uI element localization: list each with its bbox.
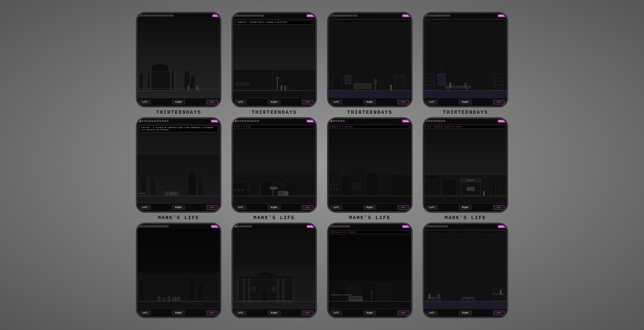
- act-button-3-2[interactable]: Act: [398, 205, 409, 210]
- act-button-2-2[interactable]: Act: [302, 205, 313, 210]
- controls-2-1: Left Right Act: [233, 98, 315, 106]
- top-bar-4-2: Menu: [424, 119, 507, 123]
- dot: [242, 120, 244, 122]
- top-bar-2-1: Menu: [233, 13, 315, 18]
- scene-city-buildings: Вернуться в квартиру: [329, 123, 411, 203]
- menu-button-3-2[interactable]: Menu: [402, 120, 410, 122]
- dot: [172, 15, 174, 17]
- dot: [234, 225, 236, 227]
- game-screen-2-3: Menu Идти в колледж: [233, 224, 315, 317]
- right-button-4-3[interactable]: Right: [459, 311, 471, 315]
- dot: [144, 225, 146, 227]
- menu-button-3-3[interactable]: Menu: [402, 225, 410, 228]
- right-button-1-1[interactable]: Right: [172, 100, 185, 104]
- menu-button-2-3[interactable]: Menu: [307, 225, 314, 228]
- act-button-1-2[interactable]: Act: [207, 205, 218, 210]
- right-button-2-3[interactable]: Right: [268, 311, 280, 315]
- pixel-dots-2-2: [234, 120, 259, 122]
- act-button-4-2[interactable]: Act: [493, 205, 505, 210]
- left-button-3-1[interactable]: Left: [331, 100, 342, 104]
- right-button-4-2[interactable]: Right: [459, 205, 471, 210]
- dot: [433, 15, 435, 17]
- act-button-3-1[interactable]: Act: [398, 100, 409, 104]
- left-button-2-3[interactable]: Left: [235, 311, 246, 315]
- dot: [141, 225, 143, 227]
- controls-1-2: Left Right Act: [137, 203, 220, 211]
- phone-4-2: Menu Марк - Временно закрыто на ремонт S…: [423, 117, 508, 213]
- act-button-1-1[interactable]: Act: [207, 100, 218, 104]
- right-button-3-3[interactable]: Right: [364, 311, 376, 315]
- menu-button-4-2[interactable]: Menu: [498, 120, 505, 122]
- left-button-3-2[interactable]: Left: [331, 205, 342, 210]
- dot: [340, 225, 342, 227]
- dot: [139, 120, 141, 122]
- left-button-1-1[interactable]: Left: [139, 100, 151, 104]
- pixel-dots-3-3: [330, 225, 350, 227]
- dot: [438, 15, 440, 17]
- dot: [144, 15, 146, 17]
- right-button-2-2[interactable]: Right: [268, 205, 280, 210]
- dot: [257, 15, 259, 17]
- act-button-3-3[interactable]: Act: [398, 311, 409, 315]
- top-bar-1-1: Act: [137, 13, 220, 18]
- dot: [252, 15, 254, 17]
- phone-column-2: Menu Студентка - Хороший бросок, играешь…: [231, 12, 317, 318]
- act-button-2-1[interactable]: Act: [302, 100, 313, 104]
- act-button-4-1[interactable]: Act: [493, 100, 505, 104]
- dot: [154, 225, 156, 227]
- phone-1-2: Menu Участник - 1: Сегодня мы собрались …: [136, 117, 221, 213]
- left-button-1-3[interactable]: Left: [139, 311, 151, 315]
- right-button-3-1[interactable]: Right: [364, 100, 376, 104]
- dot: [340, 15, 342, 17]
- top-bar-2-2: Menu: [233, 119, 315, 123]
- right-button-2-1[interactable]: Right: [268, 100, 280, 104]
- act-button-2-3[interactable]: Act: [302, 311, 313, 315]
- dot: [433, 225, 435, 227]
- dot: [245, 225, 247, 227]
- menu-button-1-2[interactable]: Menu: [211, 120, 218, 122]
- dot: [436, 120, 438, 122]
- left-button-2-2[interactable]: Left: [235, 205, 246, 210]
- dot: [239, 225, 242, 227]
- pixel-dots-2-3: [234, 225, 252, 227]
- dot: [245, 15, 247, 17]
- left-button-1-2[interactable]: Left: [139, 205, 151, 210]
- dot: [345, 15, 347, 17]
- dot: [448, 15, 450, 17]
- menu-button-1-1[interactable]: Act: [212, 14, 218, 17]
- dot: [149, 15, 151, 17]
- dot: [167, 120, 169, 122]
- left-button-4-3[interactable]: Left: [426, 311, 437, 315]
- right-button-1-2[interactable]: Right: [172, 205, 185, 210]
- act-button-1-3[interactable]: Act: [207, 311, 218, 315]
- dot: [247, 120, 249, 122]
- phone-4-1: Menu Психолог - Доктор Уилсон рассказал …: [423, 12, 508, 107]
- right-button-3-2[interactable]: Right: [364, 205, 376, 210]
- dot: [262, 15, 264, 17]
- title-markslife-4: MARK'S LIFE: [445, 215, 486, 221]
- phone-1-3: Menu: [136, 223, 221, 318]
- game-screen-4-2: Menu Марк - Временно закрыто на ремонт S…: [424, 119, 507, 211]
- controls-3-1: Left Right Act: [329, 98, 411, 106]
- left-button-4-1[interactable]: Left: [426, 100, 437, 104]
- dot: [333, 15, 335, 17]
- dot: [428, 15, 430, 17]
- dot: [247, 15, 249, 17]
- right-button-1-3[interactable]: Right: [172, 311, 185, 315]
- left-button-3-3[interactable]: Left: [331, 311, 342, 315]
- right-button-4-1[interactable]: Right: [459, 100, 471, 104]
- left-button-4-2[interactable]: Left: [426, 205, 437, 210]
- controls-4-3: Left Right Act: [424, 309, 507, 317]
- menu-button-3-1[interactable]: Menu: [402, 14, 410, 17]
- dot: [139, 225, 141, 227]
- dot: [234, 120, 236, 122]
- act-button-4-3[interactable]: Act: [493, 311, 505, 315]
- menu-button-4-3[interactable]: Menu: [498, 225, 505, 228]
- dot: [250, 225, 252, 227]
- phone-1-1: Act: [136, 12, 221, 107]
- left-button-2-1[interactable]: Left: [235, 100, 246, 104]
- menu-button-1-3[interactable]: Menu: [211, 225, 218, 228]
- menu-button-2-2[interactable]: Menu: [307, 120, 314, 122]
- menu-button-2-1[interactable]: Menu: [307, 14, 314, 17]
- menu-button-4-1[interactable]: Menu: [498, 14, 505, 17]
